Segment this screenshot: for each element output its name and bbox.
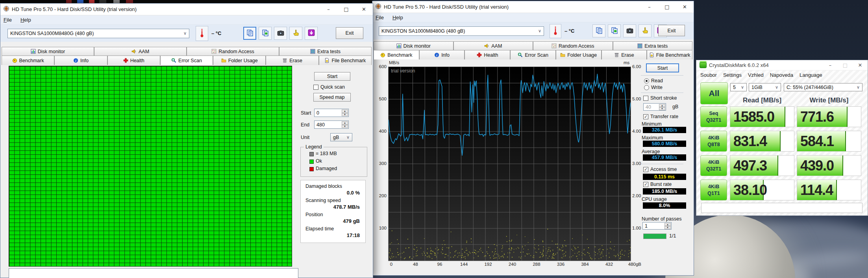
test-count-select[interactable]: 5∨ <box>730 83 747 91</box>
temperature-button[interactable] <box>550 24 561 38</box>
tab-benchmark[interactable]: Benchmark <box>2 56 54 65</box>
maximize-button[interactable]: □ <box>658 1 676 13</box>
background-fragment <box>77 0 83 3</box>
copy-text-button[interactable] <box>243 27 256 40</box>
maximize-button[interactable]: □ <box>838 60 853 70</box>
tab-info[interactable]: iInfo <box>419 50 465 59</box>
menu-file[interactable]: File <box>376 15 384 20</box>
spinner-buttons[interactable]: ▲▼ <box>659 104 665 110</box>
close-button[interactable]: ✕ <box>355 4 373 15</box>
spinner-buttons[interactable]: ▲▼ <box>664 223 671 229</box>
tab-health[interactable]: Health <box>107 56 160 65</box>
cdm-test-button-q32t1[interactable]: SeqQ32T1 <box>700 106 727 127</box>
tab-random-access[interactable]: Random Access <box>533 41 613 50</box>
close-button[interactable]: ✕ <box>853 60 868 70</box>
passes-input[interactable]: 1 ▲▼ <box>642 222 672 230</box>
tab-health[interactable]: Health <box>465 50 510 59</box>
cdm-menu-vzhled[interactable]: Vzhled <box>748 72 764 78</box>
exit-button[interactable]: Exit <box>336 27 363 39</box>
tab-disk-monitor[interactable]: Disk monitor <box>374 41 453 50</box>
short-stroke-input[interactable]: 40 ▲▼ <box>643 103 666 111</box>
cdm-menu-soubor[interactable]: Soubor <box>700 72 717 78</box>
minimize-button[interactable]: – <box>640 1 658 13</box>
tab-aam[interactable]: AAM <box>94 47 187 56</box>
cdm-menu-settings[interactable]: Settings <box>723 72 742 78</box>
start-input[interactable]: 0 ▲▼ <box>314 109 349 117</box>
caption-buttons: – □ ✕ <box>640 1 694 13</box>
all-button[interactable]: All <box>700 82 728 104</box>
burst-rate-checkbox[interactable]: ✓ <box>643 182 648 187</box>
tab-extra-tests[interactable]: Extra tests <box>279 47 372 56</box>
cdm-test-button-q1t1[interactable]: 4KiBQ1T1 <box>700 180 727 200</box>
tab-random-access[interactable]: Random Access <box>187 47 279 56</box>
test-size-select[interactable]: 1GiB∨ <box>749 83 781 91</box>
speed-map-button[interactable]: Speed map <box>313 93 351 102</box>
tab-folder-usage[interactable]: Folder Usage <box>213 56 266 65</box>
hand-button[interactable] <box>639 24 651 37</box>
cdm-write-result-q8t8: 584.1 <box>797 131 861 152</box>
drive-select[interactable]: KINGSTON SA1000M8480G (480 gB)∨ <box>379 26 544 36</box>
menu-file[interactable]: File <box>4 17 12 23</box>
camera-button[interactable] <box>623 24 636 37</box>
tab-erase[interactable]: Erase <box>266 56 318 65</box>
end-input[interactable]: 480 ▲▼ <box>314 120 349 129</box>
target-drive-select[interactable]: C: 55% (247/446GiB)∨ <box>784 83 862 91</box>
tab-file-benchmark[interactable]: File Benchmark <box>647 50 692 59</box>
temperature-button[interactable] <box>196 26 208 41</box>
tab-error-scan[interactable]: Error Scan <box>160 56 213 65</box>
quick-scan-checkbox[interactable] <box>313 85 318 90</box>
camera-button[interactable] <box>274 27 287 40</box>
hand-icon <box>292 29 300 38</box>
minimize-button[interactable]: – <box>823 60 838 70</box>
background-fragment <box>126 0 133 3</box>
cdm-menu-napoveda[interactable]: Napoveda <box>770 72 793 78</box>
info-icon: i <box>434 52 439 57</box>
menu-help[interactable]: Help <box>392 15 403 20</box>
titlebar[interactable]: HD Tune Pro 5.70 - Hard Disk/SSD Utility… <box>372 1 694 13</box>
cdm-test-button-q32t1[interactable]: 4KiBQ32T1 <box>700 155 727 176</box>
maximum-label: Maximum <box>642 135 663 141</box>
tab-benchmark[interactable]: Benchmark <box>374 50 419 59</box>
spinner-buttons[interactable]: ▲▼ <box>342 109 348 116</box>
tab-aam[interactable]: AAM <box>453 41 533 50</box>
drive-select[interactable]: KINGSTON SA1000M8480G (480 gB)∨ <box>7 29 189 38</box>
short-stroke-checkbox[interactable] <box>643 96 648 101</box>
tab-erase[interactable]: Erase <box>601 50 647 59</box>
cdm-test-button-q8t8[interactable]: 4KiBQ8T8 <box>700 131 727 152</box>
start-button[interactable]: Start <box>314 72 350 81</box>
tab-error-scan[interactable]: Error Scan <box>510 50 556 59</box>
cdm-menu-language[interactable]: Language <box>800 72 822 78</box>
menu-help[interactable]: Help <box>20 17 31 23</box>
titlebar[interactable]: CrystalDiskMark 6.0.2 x64 – □ ✕ <box>696 60 868 70</box>
tab-disk-monitor[interactable]: Disk monitor <box>2 47 94 56</box>
copy-image-button[interactable] <box>608 24 621 37</box>
tab-folder-usage[interactable]: Folder Usage <box>556 50 601 59</box>
copy-image-button[interactable] <box>259 27 272 40</box>
tab-info[interactable]: iInfo <box>54 56 107 65</box>
minimize-button[interactable]: – <box>320 4 337 15</box>
random-access-icon <box>211 49 217 54</box>
copy-text-button[interactable] <box>592 24 605 37</box>
read-radio[interactable] <box>644 78 649 83</box>
x-tick: 0 <box>383 262 399 267</box>
comment-box[interactable] <box>701 203 862 213</box>
read-label: Read <box>651 78 663 83</box>
maximize-button[interactable]: □ <box>337 4 355 15</box>
tab-file-benchmark[interactable]: File Benchmark <box>319 56 372 65</box>
tab-extra-tests[interactable]: Extra tests <box>613 41 693 50</box>
spinner-buttons[interactable]: ▲▼ <box>342 121 348 128</box>
transfer-rate-checkbox[interactable]: ✓ <box>643 114 648 119</box>
hand-button[interactable] <box>289 27 302 40</box>
unit-select[interactable]: gB∨ <box>330 133 352 141</box>
exit-button[interactable]: Exit <box>658 25 685 36</box>
passes-label: Number of passes <box>642 216 681 222</box>
download-button[interactable] <box>305 27 318 40</box>
position-label: Position <box>305 212 323 217</box>
titlebar[interactable]: HD Tune Pro 5.70 - Hard Disk/SSD Utility… <box>0 4 373 15</box>
benchmark-icon <box>12 58 17 63</box>
start-button[interactable]: Start <box>646 63 679 72</box>
write-radio[interactable] <box>644 85 649 90</box>
access-time-checkbox[interactable]: ✓ <box>643 167 648 172</box>
x-tick: 192 <box>480 262 496 267</box>
close-button[interactable]: ✕ <box>676 1 694 13</box>
